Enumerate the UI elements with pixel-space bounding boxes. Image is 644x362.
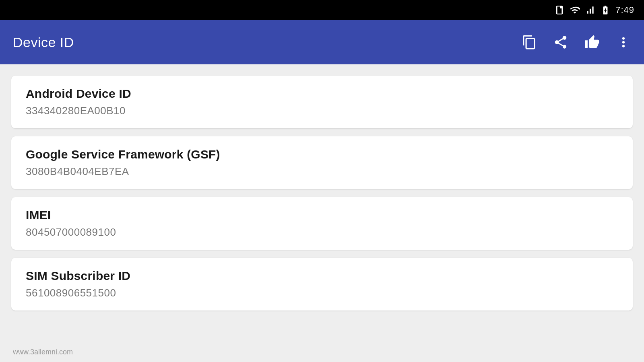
status-time: 7:49 [615, 5, 634, 15]
app-bar-title: Device ID [13, 35, 74, 50]
gsf-card[interactable]: Google Service Framework (GSF) 3080B4B04… [11, 136, 633, 189]
battery-icon [600, 5, 611, 15]
gsf-title: Google Service Framework (GSF) [26, 148, 618, 161]
share-button[interactable] [553, 35, 568, 50]
sim-subscriber-id-card[interactable]: SIM Subscriber ID 561008906551500 [11, 258, 633, 311]
status-icons: 7:49 [554, 5, 634, 15]
android-device-id-title: Android Device ID [26, 87, 618, 101]
status-bar: 7:49 [0, 0, 644, 20]
signal-icon [585, 5, 595, 15]
watermark: www.3allemni.com [13, 348, 73, 356]
sim-subscriber-id-title: SIM Subscriber ID [26, 269, 618, 283]
app-bar: Device ID [0, 20, 644, 64]
sim-subscriber-id-value: 561008906551500 [26, 287, 618, 299]
content-area: Android Device ID 334340280EA00B10 Googl… [0, 64, 644, 311]
imei-card[interactable]: IMEI 804507000089100 [11, 197, 633, 250]
app-bar-actions [522, 35, 631, 50]
sim-icon [554, 5, 565, 15]
android-device-id-value: 334340280EA00B10 [26, 105, 618, 117]
android-device-id-card[interactable]: Android Device ID 334340280EA00B10 [11, 76, 633, 128]
imei-title: IMEI [26, 208, 618, 222]
gsf-value: 3080B4B0404EB7EA [26, 165, 618, 178]
more-button[interactable] [616, 35, 631, 50]
copy-button[interactable] [522, 35, 537, 50]
wifi-icon [570, 5, 580, 15]
imei-value: 804507000089100 [26, 226, 618, 239]
rate-button[interactable] [584, 35, 600, 50]
